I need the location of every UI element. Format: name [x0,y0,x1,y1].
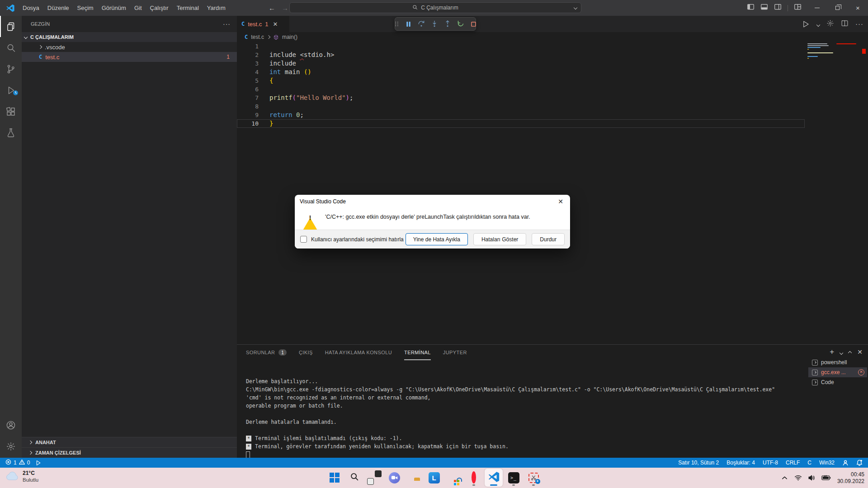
language-mode[interactable]: C [807,460,811,466]
chevron-down-icon[interactable] [574,6,577,9]
terminal-item-gccexe[interactable]: gcc.exe ...✕ [808,367,867,377]
taskbar-vscode[interactable] [485,469,503,487]
dialog-close-icon[interactable]: ✕ [551,195,570,208]
activity-source-control[interactable] [0,58,22,80]
settings-icon[interactable] [826,19,834,29]
split-editor-icon[interactable] [841,19,849,29]
cursor-position[interactable]: Satır 10, Sütun 2 [678,460,719,466]
code-editor[interactable]: 12include <stdio.h>3include 4int main ()… [237,42,868,344]
menu-item-dosya[interactable]: Dosya [19,0,43,16]
toggle-panel-icon[interactable] [760,3,768,13]
breadcrumb-symbol[interactable]: main() [282,34,297,40]
bell-icon[interactable] [856,460,863,466]
activity-explorer[interactable] [0,16,22,37]
taskbar-task-view[interactable] [365,469,383,487]
remember-choice-checkbox[interactable]: Kullanıcı ayarlarındaki seçimimi hatırla [300,236,404,243]
history-forward-icon[interactable]: → [282,4,288,12]
panel-tab-label: SORUNLAR [246,350,275,355]
terminal-line: operable program or batch file. [246,402,807,410]
menu-item-terminal[interactable]: Terminal [173,0,203,16]
file-row-vscode[interactable]: .vscode [22,42,237,52]
maximize-panel-icon[interactable] [849,348,851,356]
dialog-button-durdur[interactable]: Durdur [532,233,565,245]
minimize-button[interactable] [807,0,827,16]
pause-icon[interactable] [405,21,412,28]
activity-account[interactable] [0,414,22,436]
eol-sequence[interactable]: CRLF [786,460,800,466]
encoding[interactable]: UTF-8 [763,460,778,466]
feedback-icon[interactable] [842,460,849,466]
taskbar-chat[interactable] [385,469,403,487]
section-anahat[interactable]: ANAHAT [22,437,237,447]
battery-charging-icon[interactable] [821,475,831,481]
taskbar-store[interactable] [445,469,463,487]
menu-item-grnm[interactable]: Görünüm [98,0,130,16]
terminal-item-powershell[interactable]: powershell [808,357,867,367]
menu-item-yardm[interactable]: Yardım [203,0,230,16]
minimap[interactable] [807,42,849,60]
run-debug-button-icon[interactable] [802,20,810,28]
menu-item-dzenle[interactable]: Düzenle [43,0,73,16]
menu-item-seim[interactable]: Seçim [73,0,98,16]
stop-icon[interactable] [470,21,477,28]
error-circle-icon[interactable]: ✕ [858,369,864,375]
close-panel-icon[interactable]: ✕ [857,348,863,356]
activity-settings[interactable] [0,436,22,457]
activity-search[interactable] [0,37,22,58]
file-row-testc[interactable]: Ctest.c1 [22,52,237,62]
clock[interactable]: 00:45 30.09.2022 [837,471,864,485]
checkbox[interactable] [300,236,307,243]
taskbar-search[interactable] [345,469,363,487]
tab-test-c[interactable]: C test.c 1 ✕ [237,16,289,32]
more-actions-icon[interactable]: ··· [223,20,231,28]
chevron-up-icon[interactable] [781,474,788,482]
panel-tab-iki[interactable]: ÇIKIŞ [299,345,313,360]
problems-status[interactable]: 10 [5,459,30,466]
volume-icon[interactable] [808,474,816,482]
activity-testing[interactable] [0,122,22,143]
taskbar-terminal[interactable]: >_ [505,469,523,487]
terminal-dropdown-icon[interactable] [840,348,843,356]
folder-root-row[interactable]: C ÇALIŞMALARIM [22,32,237,42]
close-button[interactable]: × [848,0,868,16]
taskbar-file-explorer[interactable] [405,469,423,487]
panel-tab-hataayiklamakonsolu[interactable]: HATA AYIKLAMA KONSOLU [325,345,392,360]
activity-extensions[interactable] [0,101,22,122]
code-line-9: 9return 0; [237,111,805,119]
menu-item-altr[interactable]: Çalıştır [146,0,173,16]
panel-tab-terminal[interactable]: TERMİNAL [404,345,431,360]
platform[interactable]: Win32 [819,460,835,466]
restart-icon[interactable] [457,20,464,28]
terminal-output[interactable]: Derleme başlatılıyor...C:\MinGW\bin\gcc.… [246,377,807,459]
wifi-icon[interactable] [794,474,802,482]
customize-layout-icon[interactable] [794,3,802,13]
menu-item-git[interactable]: Git [130,0,146,16]
toggle-sidebar-icon[interactable] [747,3,755,13]
step-into-icon[interactable] [431,20,438,28]
more-actions-icon[interactable]: ··· [855,20,863,28]
taskbar-snipping-tool[interactable]: + [524,469,542,487]
dialog-button-yine-de-hata-ay-kla[interactable]: Yine de Hata Ayıkla [406,233,468,245]
step-over-icon[interactable] [418,20,425,28]
toggle-secondary-sidebar-icon[interactable] [774,3,782,13]
taskbar-opera[interactable] [465,469,483,487]
run-dropdown-icon[interactable] [817,20,820,28]
dialog-button-hatalar--g-ster[interactable]: Hataları Göster [473,233,526,245]
history-back-icon[interactable]: ← [269,4,275,12]
step-out-icon[interactable] [444,20,451,28]
indentation[interactable]: Boşluklar: 4 [726,460,755,466]
terminal-item-Code[interactable]: Code [808,377,867,387]
panel-tab-sorunlar[interactable]: SORUNLAR1 [246,345,287,360]
debug-run-icon[interactable] [36,460,42,466]
tab-close-icon[interactable]: ✕ [273,21,278,28]
breadcrumb-file[interactable]: test.c [251,34,264,40]
activity-run-debug[interactable] [0,80,22,101]
section-zaman--i-zelgesi-[interactable]: ZAMAN ÇİZELGESİ [22,447,237,458]
taskbar-l-app[interactable]: L [425,469,443,487]
restore-button[interactable] [827,0,848,16]
new-terminal-icon[interactable]: + [830,348,834,356]
drag-handle-icon[interactable] [394,20,399,28]
taskbar-start[interactable] [326,469,344,487]
command-center-search[interactable]: C Çalışmalarım [289,2,581,13]
panel-tab-jupyter[interactable]: JUPYTER [443,345,467,360]
